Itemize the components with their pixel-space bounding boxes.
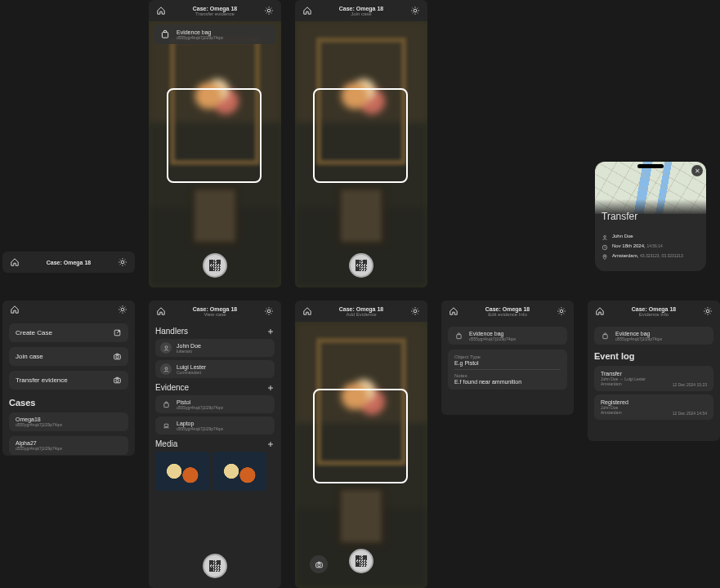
page-title: Case: Omega 18 Join case xyxy=(313,6,409,16)
event-title: Registered xyxy=(601,399,707,405)
qr-scan-button[interactable] xyxy=(203,253,227,278)
handler-row[interactable]: John Doeluitenant xyxy=(155,339,275,357)
transfer-evidence-label: Transfer evidence xyxy=(16,376,68,384)
gear-icon[interactable] xyxy=(263,305,275,317)
create-case-label: Create Case xyxy=(16,329,52,336)
add-evidence-button[interactable] xyxy=(266,384,275,392)
scanned-evidence-pill[interactable]: Evidence bag d555ygr4nqk7j1l29p74qw xyxy=(154,24,276,44)
qr-icon xyxy=(209,260,221,271)
transfer-place-row: Amsterdam, 43.323123, 03.3231213 xyxy=(601,253,700,261)
transfer-time: 14:56:14 xyxy=(646,243,662,248)
page-title: Case: Omega 18 Transfer evidence xyxy=(167,6,263,16)
gear-icon[interactable] xyxy=(117,304,128,315)
close-icon[interactable]: ✕ xyxy=(691,165,703,176)
add-handler-button[interactable] xyxy=(266,327,275,336)
bag-icon xyxy=(453,330,464,341)
bag-icon xyxy=(599,330,610,341)
home-icon[interactable] xyxy=(155,5,167,16)
transfer-coords: 43.323123, 03.3231213 xyxy=(640,253,683,258)
gear-icon[interactable] xyxy=(263,5,275,16)
gear-icon[interactable] xyxy=(702,305,713,317)
page-title: Case: Omega 18 View case xyxy=(167,306,263,317)
evidence-name: Evidence bag xyxy=(469,331,516,336)
user-icon xyxy=(601,234,608,241)
external-icon xyxy=(113,328,122,337)
camera-viewport xyxy=(295,322,427,588)
camera-icon xyxy=(113,352,122,361)
capture-photo-button[interactable] xyxy=(310,555,328,573)
media-thumbnail[interactable] xyxy=(212,452,266,491)
notes-input[interactable]: E.f found near ammunition xyxy=(454,379,561,385)
bag-icon xyxy=(160,399,172,410)
scan-frame xyxy=(313,389,408,483)
gear-icon[interactable] xyxy=(117,256,128,268)
transfer-title: Transfer xyxy=(601,211,700,222)
evidence-row[interactable]: Pistold555ygr4nqk7j1l29p74qw xyxy=(155,395,275,413)
handler-role: luitenant xyxy=(177,349,201,354)
page-title: Case: Omega 18 Add Evidence xyxy=(313,306,409,317)
qr-icon xyxy=(356,260,367,271)
gear-icon[interactable] xyxy=(556,305,567,317)
page-title: Case: Omega 18 xyxy=(20,260,117,265)
qr-icon xyxy=(209,560,221,572)
media-thumbnail[interactable] xyxy=(155,452,209,491)
gear-icon[interactable] xyxy=(409,5,421,16)
add-media-button[interactable] xyxy=(266,440,275,448)
handler-name: Luigi Lester xyxy=(177,364,206,370)
camera-icon xyxy=(113,376,122,385)
qr-scan-button[interactable] xyxy=(349,549,373,573)
handler-name: John Doe xyxy=(177,343,201,349)
evidence-hash: d555ygr4nqk7j1l29p74qw xyxy=(469,336,516,341)
home-icon[interactable] xyxy=(155,305,167,317)
home-icon[interactable] xyxy=(448,305,459,317)
gear-icon[interactable] xyxy=(409,305,421,317)
cases-section-title: Cases xyxy=(9,398,128,408)
event-log-item[interactable]: Registered John Doe Amsterdam 12 Dec 202… xyxy=(594,394,713,420)
object-type-label: Object Type xyxy=(454,354,561,359)
evidence-header: Evidence bagd555ygr4nqk7j1l29p74qw xyxy=(594,327,713,345)
scan-frame xyxy=(167,88,262,183)
camera-viewport: Evidence bag d555ygr4nqk7j1l29p74qw xyxy=(149,21,281,287)
handler-row[interactable]: Luigi LesterCommandant xyxy=(155,360,275,378)
home-icon[interactable] xyxy=(9,304,20,315)
notes-label: Notes xyxy=(454,373,561,378)
home-icon[interactable] xyxy=(302,5,313,16)
user-icon xyxy=(160,363,172,375)
evidence-label: Evidence xyxy=(155,383,275,392)
qr-icon xyxy=(356,555,367,567)
transfer-person: John Doe xyxy=(612,234,633,238)
event-title: Transfer xyxy=(601,371,707,376)
transfer-place: Amsterdam, xyxy=(612,253,638,258)
case-item[interactable]: Alpha27 d555ygr4nqk7j1l29p74qw xyxy=(9,436,128,455)
evidence-hash: d555ygr4nqk7j1l29p74qw xyxy=(177,405,223,410)
home-icon[interactable] xyxy=(302,305,313,317)
evidence-name: Laptop xyxy=(177,421,223,426)
scan-frame xyxy=(313,88,408,183)
evidence-header: Evidence bagd555ygr4nqk7j1l29p74qw xyxy=(448,327,567,345)
transfer-date-row: Nov 18th 2024, 14:56:14 xyxy=(601,243,700,251)
laptop-icon xyxy=(160,420,172,431)
evidence-row[interactable]: Laptopd555ygr4nqk7j1l29p74qw xyxy=(155,416,275,434)
evidence-form-card: Object Type E.g Pistol Notes E.f found n… xyxy=(448,350,567,390)
transfer-evidence-button[interactable]: Transfer evidence xyxy=(9,371,128,390)
object-type-input[interactable]: E.g Pistol xyxy=(454,360,561,366)
case-hash: d555ygr4nqk7j1l29p74qw xyxy=(16,422,122,427)
join-case-label: Join case xyxy=(16,353,43,360)
transfer-date: Nov 18th 2024, xyxy=(612,243,646,248)
join-case-button[interactable]: Join case xyxy=(9,347,128,366)
event-log-item[interactable]: Transfer John Doe → Luigi Lester Amsterd… xyxy=(594,366,713,391)
case-hash: d555ygr4nqk7j1l29p74qw xyxy=(16,446,122,451)
case-item[interactable]: Omega18 d555ygr4nqk7j1l29p74qw xyxy=(9,412,128,431)
create-case-button[interactable]: Create Case xyxy=(9,323,128,342)
evidence-hash: d555ygr4nqk7j1l29p74qw xyxy=(177,35,223,40)
transfer-details-card: ✕ Transfer John Doe Nov 18th 2024, 14:56… xyxy=(595,162,706,271)
case-name: Alpha27 xyxy=(16,440,122,446)
camera-icon xyxy=(315,560,324,569)
qr-scan-button[interactable] xyxy=(203,554,227,578)
qr-scan-button[interactable] xyxy=(349,253,373,278)
home-icon[interactable] xyxy=(9,256,20,268)
evidence-name: Pistol xyxy=(177,399,223,405)
home-icon[interactable] xyxy=(594,305,606,317)
case-name: Omega18 xyxy=(16,416,122,422)
evidence-name: Evidence bag xyxy=(177,29,223,35)
